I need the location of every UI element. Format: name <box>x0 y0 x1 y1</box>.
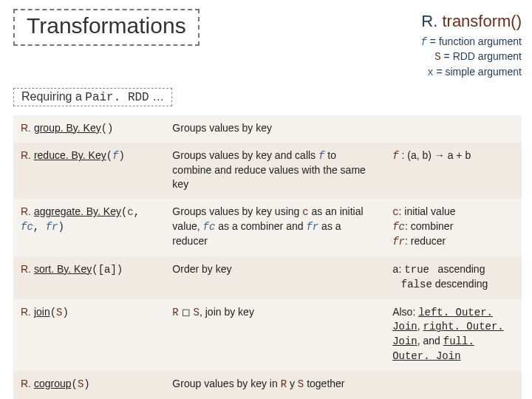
cell-note: a: true ascending false descending <box>385 256 522 299</box>
table-row: R. sort. By. Key([a]) Order by key a: tr… <box>13 256 522 299</box>
join-symbol-icon: ◻ <box>179 306 194 318</box>
cell-description: Groups values by key <box>165 115 385 143</box>
subtitle-post: … <box>149 90 164 103</box>
legend-line-s: S = RDD argument <box>421 50 522 65</box>
cell-description: R ◻ S, join by key <box>165 299 385 372</box>
legend: R. transform() f = function argument S =… <box>421 9 522 81</box>
legend-heading: R. transform() <box>421 10 522 33</box>
page-title: Transformations <box>13 9 200 46</box>
legend-heading-method: transform() <box>442 12 522 30</box>
table-row: R. group. By. Key() Groups values by key <box>13 115 522 143</box>
subtitle: Requiring a Pair. RDD … <box>13 88 172 106</box>
api-table: R. group. By. Key() Groups values by key… <box>13 115 522 399</box>
cell-note <box>385 115 522 143</box>
cell-description: Groups values by key using c as an initi… <box>165 199 385 256</box>
subtitle-pre: Requiring a <box>21 90 85 103</box>
legend-line-x: x = simple argument <box>421 65 522 81</box>
cell-note: c: initial value fc: combiner fr: reduce… <box>385 199 522 256</box>
cell-note: f : (a, b) → a + b <box>385 143 522 199</box>
table-row: R. aggregate. By. Key(c, fc, fr) Groups … <box>13 199 522 256</box>
legend-s-text: = RDD argument <box>441 50 522 62</box>
cell-signature: R. sort. By. Key([a]) <box>13 256 165 299</box>
cell-description: Groups values by key and calls f to comb… <box>165 143 385 199</box>
legend-x-text: = simple argument <box>434 66 522 78</box>
legend-s-symbol: S <box>434 51 440 63</box>
header: Transformations R. transform() f = funct… <box>13 9 522 81</box>
legend-x-symbol: x <box>427 66 433 78</box>
table-row: R. reduce. By. Key(f) Groups values by k… <box>13 143 522 199</box>
cell-signature: R. cogroup(S) <box>13 371 165 399</box>
cell-note: Also: left. Outer. Join, right. Outer. J… <box>385 299 522 372</box>
legend-line-f: f = function argument <box>421 35 522 50</box>
subtitle-mono: Pair. RDD <box>85 91 149 104</box>
cell-signature: R. reduce. By. Key(f) <box>13 143 165 199</box>
legend-heading-r: R. <box>421 12 442 30</box>
legend-f-symbol: f <box>421 36 427 48</box>
table-row: R. join(S) R ◻ S, join by key Also: left… <box>13 299 522 372</box>
cell-description: Group values by key in R y S together <box>165 371 385 399</box>
cell-signature: R. join(S) <box>13 299 165 372</box>
legend-f-text: = function argument <box>427 35 522 47</box>
cell-signature: R. group. By. Key() <box>13 115 165 143</box>
table-row: R. cogroup(S) Group values by key in R y… <box>13 371 522 399</box>
slide: Transformations R. transform() f = funct… <box>0 0 532 399</box>
cell-note <box>385 371 522 399</box>
cell-description: Order by key <box>165 256 385 299</box>
cell-signature: R. aggregate. By. Key(c, fc, fr) <box>13 199 165 256</box>
